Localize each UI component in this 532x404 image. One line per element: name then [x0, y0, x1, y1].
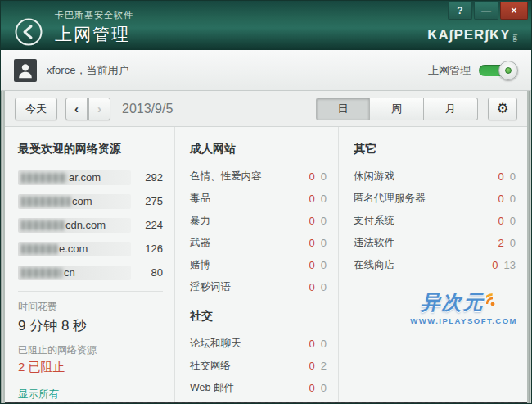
blocked-count: 0 — [498, 215, 504, 227]
list-item[interactable]: com 275 — [18, 189, 163, 213]
brand-text: KA∫PER∫KY — [427, 27, 510, 43]
blocked-count: 0 — [309, 360, 315, 372]
today-button[interactable]: 今天 — [15, 98, 57, 120]
category-row: 违法软件 20 — [354, 232, 516, 254]
tab-day[interactable]: 日 — [316, 98, 370, 120]
blocked-count: 0 — [498, 170, 504, 183]
title-bar: ? — × 卡巴斯基安全软件 上网管理 KA∫PER∫KY lab — [1, 1, 531, 50]
show-all-link[interactable]: 显示所有 — [18, 388, 59, 402]
window-frame: 今天 ‹ › 2013/9/5 日 周 月 ⚙ 最受欢迎的网络资源 — [1, 91, 531, 404]
date-toolbar: 今天 ‹ › 2013/9/5 日 周 月 ⚙ — [5, 91, 527, 127]
blocked-count: 0 — [498, 193, 504, 205]
category-label: 支付系统 — [354, 214, 394, 228]
blocked-resources-label: 已阻止的网络资源 — [18, 343, 163, 357]
domain-pill: cn — [18, 266, 131, 280]
visited-count: 0 — [510, 215, 516, 227]
category-row: 匿名代理服务器 00 — [354, 188, 516, 210]
masked-domain-prefix — [21, 268, 62, 278]
category-row: 社交网络 02 — [190, 355, 327, 377]
category-row: 暴力 00 — [190, 210, 327, 232]
user-bar: xforce，当前用户 上网管理 — [1, 50, 531, 91]
tab-month[interactable]: 月 — [424, 98, 478, 120]
visited-count: 0 — [321, 170, 327, 183]
visited-count: 0 — [321, 259, 327, 271]
wifi-icon — [486, 289, 507, 309]
domain-suffix: cdn.com — [65, 219, 106, 231]
blocked-count: 0 — [309, 215, 315, 227]
visited-count: 2 — [321, 360, 327, 372]
category-label: 社交网络 — [190, 359, 231, 373]
next-day-button[interactable]: › — [88, 98, 110, 120]
brand-lab-text: lab — [512, 34, 518, 42]
minimize-button[interactable]: — — [474, 2, 498, 20]
category-label: 匿名代理服务器 — [354, 192, 426, 206]
list-item[interactable]: e.com 126 — [18, 237, 163, 261]
category-label: 毒品 — [190, 192, 210, 206]
back-arrow-icon — [14, 17, 43, 47]
category-row: Web 邮件 00 — [190, 377, 327, 399]
tab-week[interactable]: 周 — [370, 98, 424, 120]
masked-domain-prefix — [21, 244, 57, 254]
blocked-count: 0 — [309, 281, 315, 293]
domain-suffix: ar.com — [69, 171, 101, 184]
visited-count: 0 — [321, 215, 327, 227]
category-row: 淫秽词语 00 — [190, 276, 327, 298]
other-section-title: 其它 — [354, 142, 516, 157]
adult-category-list: 色情、性爱内容 00 毒品 00 暴力 00 武器 00 — [190, 166, 327, 298]
category-label: 违法软件 — [354, 236, 394, 250]
prev-day-button[interactable]: ‹ — [65, 98, 88, 120]
category-row: 毒品 00 — [190, 188, 327, 210]
blocked-count: 0 — [309, 338, 315, 350]
visit-count: 224 — [145, 219, 163, 231]
visit-count: 292 — [145, 171, 163, 184]
category-label: 论坛和聊天 — [190, 337, 241, 351]
divider — [18, 291, 163, 292]
category-row: 支付系统 00 — [354, 210, 516, 232]
list-item[interactable]: cdn.com 224 — [18, 213, 163, 237]
domain-suffix: cn — [64, 266, 75, 279]
visited-count: 0 — [321, 281, 327, 293]
help-button[interactable]: ? — [448, 2, 472, 20]
other-category-list: 休闲游戏 00 匿名代理服务器 00 支付系统 00 违法软件 20 — [354, 166, 516, 276]
adult-section-title: 成人网站 — [190, 142, 327, 157]
kaspersky-logo: KA∫PER∫KY lab — [427, 27, 520, 43]
back-button[interactable] — [14, 17, 43, 47]
webcontrol-toggle[interactable] — [479, 61, 518, 80]
webcontrol-toggle-label: 上网管理 — [428, 63, 471, 78]
popular-resources-panel: 最受欢迎的网络资源 ar.com 292 com — [5, 127, 175, 402]
category-label: 赌博 — [190, 258, 210, 272]
adult-social-panel: 成人网站 色情、性爱内容 00 毒品 00 暴力 00 武器 — [175, 127, 339, 402]
category-label: 暴力 — [190, 214, 210, 228]
user-avatar — [14, 59, 37, 82]
visited-count: 13 — [504, 259, 516, 271]
visited-count: 0 — [510, 193, 516, 205]
blocked-count: 0 — [309, 193, 315, 205]
time-spent-label: 时间花费 — [18, 300, 163, 314]
category-label: 在线商店 — [354, 258, 394, 272]
blocked-count: 0 — [309, 237, 315, 249]
category-label: 休闲游戏 — [354, 170, 394, 184]
visit-count: 80 — [151, 266, 163, 279]
toggle-indicator-dot — [505, 67, 512, 74]
blocked-resources-value: 2 已阻止 — [18, 360, 163, 375]
popular-resources-title: 最受欢迎的网络资源 — [18, 142, 163, 157]
blocked-count: 0 — [309, 259, 315, 271]
iplaysoft-watermark: 异次元 WWW.IPLAYSOFT.COM — [410, 289, 517, 325]
current-user-label: xforce，当前用户 — [47, 63, 128, 78]
popular-resources-list: ar.com 292 com 275 cdn — [18, 166, 163, 284]
category-row: 色情、性爱内容 00 — [190, 166, 327, 188]
list-item[interactable]: ar.com 292 — [18, 166, 163, 189]
visit-count: 126 — [145, 243, 163, 255]
person-icon — [16, 61, 34, 79]
list-item[interactable]: cn 80 — [18, 261, 163, 284]
watermark-logo-text: 异次元 — [421, 289, 485, 315]
blocked-count: 0 — [309, 170, 315, 183]
social-category-list: 论坛和聊天 00 社交网络 02 Web 邮件 00 — [190, 333, 327, 399]
category-row: 在线商店 013 — [354, 254, 516, 276]
close-button[interactable]: × — [500, 2, 528, 20]
app-title: 卡巴斯基安全软件 — [55, 9, 133, 21]
page-title: 上网管理 — [55, 23, 133, 46]
settings-gear-button[interactable]: ⚙ — [488, 98, 517, 120]
category-row: 武器 00 — [190, 232, 327, 254]
visited-count: 0 — [510, 237, 516, 249]
